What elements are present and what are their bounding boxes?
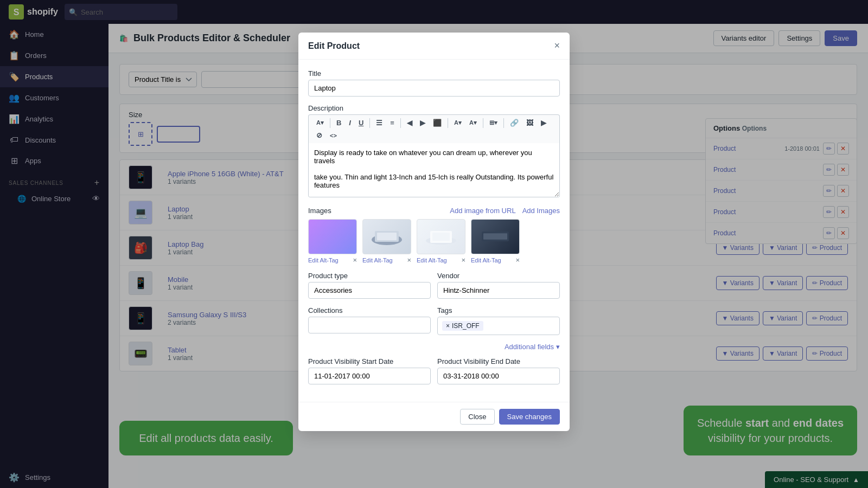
collections-group: Collections — [308, 306, 431, 335]
tag-value: ISR_OFF — [452, 322, 480, 330]
product-type-input[interactable] — [308, 282, 431, 299]
image-item: Edit Alt-Tag × — [417, 219, 465, 264]
svg-rect-4 — [377, 233, 397, 240]
remove-image-button[interactable]: × — [353, 256, 357, 264]
edit-product-modal: Edit Product × Title Description A▾ B I … — [298, 33, 570, 431]
visibility-end-group: Product Visibility End Date — [437, 357, 560, 384]
visibility-start-label: Product Visibility Start Date — [308, 357, 431, 365]
link-button[interactable]: 🔗 — [507, 117, 522, 129]
description-textarea[interactable]: Display is ready to take on whatever you… — [308, 143, 560, 197]
image-thumbnail — [362, 219, 411, 254]
font-color-button[interactable]: A▾ — [451, 118, 465, 128]
image-item: Edit Alt-Tag × — [362, 219, 411, 264]
align-left-button[interactable]: ◀ — [404, 117, 416, 129]
edit-alt-tag-link[interactable]: Edit Alt-Tag — [417, 257, 447, 264]
format-button[interactable]: A▾ — [313, 118, 327, 128]
collections-input[interactable] — [308, 317, 431, 333]
image-thumbnail — [471, 219, 520, 254]
visibility-start-input[interactable] — [308, 368, 431, 384]
description-label: Description — [308, 104, 560, 112]
image-thumbnail — [308, 219, 357, 254]
remove-image-button[interactable]: × — [461, 256, 465, 264]
edit-alt-tag-link[interactable]: Edit Alt-Tag — [471, 257, 501, 264]
image-button[interactable]: 🖼 — [523, 117, 537, 129]
tags-input-area[interactable]: × ISR_OFF — [437, 317, 560, 335]
ol-button[interactable]: ≡ — [387, 117, 398, 129]
images-group: Images Add image from URL Add Images Edi… — [308, 207, 560, 264]
tags-group: Tags × ISR_OFF — [437, 306, 560, 335]
images-label: Images — [308, 207, 331, 215]
visibility-start-group: Product Visibility Start Date — [308, 357, 431, 384]
tags-text-input[interactable] — [486, 322, 555, 330]
product-type-group: Product type — [308, 272, 431, 299]
align-right-button[interactable]: ▶ — [417, 117, 429, 129]
images-row: Edit Alt-Tag × Edit Alt-Tag × — [308, 219, 560, 264]
tag-item: × ISR_OFF — [442, 321, 483, 331]
visibility-end-input[interactable] — [437, 368, 560, 384]
highlight-button[interactable]: A▾ — [466, 118, 480, 128]
collections-label: Collections — [308, 306, 431, 314]
no-format-button[interactable]: ⊘ — [313, 130, 326, 141]
image-item: Edit Alt-Tag × — [471, 219, 520, 264]
ul-button[interactable]: ☰ — [373, 117, 386, 129]
italic-button[interactable]: I — [346, 117, 354, 129]
bold-button[interactable]: B — [333, 117, 344, 129]
rte-toolbar: A▾ B I U ☰ ≡ ◀ ▶ ⬛ A▾ A▾ ⊞▾ — [308, 114, 560, 143]
image-item: Edit Alt-Tag × — [308, 219, 357, 264]
modal-title: Edit Product — [308, 41, 360, 51]
edit-alt-tag-link[interactable]: Edit Alt-Tag — [308, 257, 339, 264]
edit-alt-tag-link[interactable]: Edit Alt-Tag — [362, 257, 393, 264]
tags-label: Tags — [437, 306, 560, 314]
title-label: Title — [308, 69, 560, 78]
table-button[interactable]: ⊞▾ — [486, 118, 501, 128]
remove-image-button[interactable]: × — [407, 256, 411, 264]
visibility-end-label: Product Visibility End Date — [437, 357, 560, 365]
additional-fields-toggle[interactable]: Additional fields ▾ — [308, 343, 560, 351]
chevron-down-icon: ▾ — [556, 343, 560, 351]
svg-rect-7 — [432, 233, 450, 241]
add-images-link[interactable]: Add Images — [522, 207, 560, 215]
product-type-label: Product type — [308, 272, 431, 280]
close-button[interactable]: Close — [460, 409, 494, 425]
remove-image-button[interactable]: × — [515, 256, 520, 264]
save-changes-button[interactable]: Save changes — [499, 409, 560, 425]
tag-remove[interactable]: × — [446, 322, 450, 330]
modal-body: Title Description A▾ B I U ☰ ≡ ◀ ▶ — [298, 60, 570, 402]
add-from-url-link[interactable]: Add image from URL — [450, 207, 515, 215]
modal-footer: Close Save changes — [298, 402, 570, 431]
modal-header: Edit Product × — [298, 33, 570, 60]
title-group: Title — [308, 69, 560, 97]
modal-close-button[interactable]: × — [554, 40, 560, 52]
title-input[interactable] — [308, 80, 560, 97]
image-thumbnail — [417, 219, 465, 254]
vendor-label: Vendor — [437, 272, 560, 280]
align-block-button[interactable]: ⬛ — [430, 117, 445, 129]
vendor-group: Vendor — [437, 272, 560, 299]
code-button[interactable]: <> — [327, 131, 340, 140]
vendor-input[interactable] — [437, 282, 560, 299]
description-group: Description A▾ B I U ☰ ≡ ◀ ▶ ⬛ A▾ A▾ — [308, 104, 560, 199]
underline-button[interactable]: U — [355, 117, 367, 129]
video-button[interactable]: ▶ — [538, 117, 550, 129]
modal-overlay: Edit Product × Title Description A▾ B I … — [0, 0, 868, 488]
